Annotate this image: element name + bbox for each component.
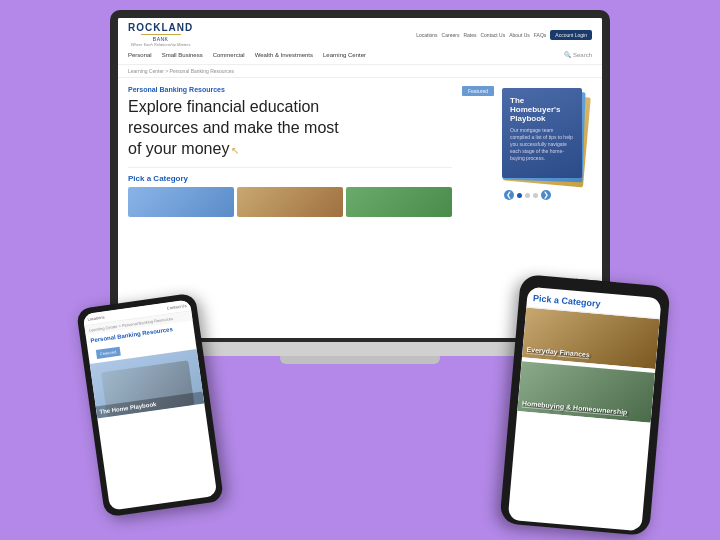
category-image-3[interactable] xyxy=(346,187,452,217)
carousel-next-button[interactable]: ❯ xyxy=(541,190,551,200)
phone-left-featured-tag: Featured xyxy=(96,347,121,359)
phone-right-cat-img-2 xyxy=(517,361,655,422)
site-main: Personal Banking Resources Explore finan… xyxy=(118,78,602,225)
logo-line xyxy=(141,34,181,35)
site-header-top: ROCKLAND BANK Where Each Relationship Ma… xyxy=(128,22,592,47)
nav-personal[interactable]: Personal xyxy=(128,52,152,58)
breadcrumb: Learning Center > Personal Banking Resou… xyxy=(118,65,602,78)
carousel-prev-button[interactable]: ❮ xyxy=(504,190,514,200)
phone-locations-link[interactable]: Locations xyxy=(87,315,105,322)
dot-1[interactable] xyxy=(517,193,522,198)
site-left: Personal Banking Resources Explore finan… xyxy=(128,86,452,217)
logo-name: ROCKLAND xyxy=(128,22,193,33)
hero-line1: Explore financial education xyxy=(128,98,319,115)
featured-book-stack: The Homebuyer's Playbook Our mortgage te… xyxy=(462,86,592,186)
hero-text: Explore financial education resources an… xyxy=(128,97,452,159)
category-images xyxy=(128,187,452,217)
pick-category-section: Pick a Category xyxy=(128,167,452,217)
nav-learning[interactable]: Learning Center xyxy=(323,52,366,58)
link-careers[interactable]: Careers xyxy=(442,32,460,38)
phone-right-screen: Pick a Category Everyday Finances Homebu… xyxy=(508,287,662,532)
book-desc: Our mortgage team compiled a list of tip… xyxy=(510,127,574,162)
account-login-button[interactable]: Account Login xyxy=(550,30,592,40)
phone-left-screen: Locations Contact Us Learning Center > P… xyxy=(83,299,218,510)
hero-line3: of your money xyxy=(128,140,229,157)
phone-right: Pick a Category Everyday Finances Homebu… xyxy=(499,274,670,536)
phone-contact-link[interactable]: Contact Us xyxy=(167,303,187,311)
book-front[interactable]: The Homebuyer's Playbook Our mortgage te… xyxy=(502,88,582,178)
site-header: ROCKLAND BANK Where Each Relationship Ma… xyxy=(118,18,602,65)
nav-wealth[interactable]: Wealth & Investments xyxy=(255,52,313,58)
book-title: The Homebuyer's Playbook xyxy=(510,96,574,123)
link-contact[interactable]: Contact Us xyxy=(480,32,505,38)
phone-right-category-2[interactable]: Homebuying & Homeownership xyxy=(517,359,655,422)
phone-right-cat-img-1 xyxy=(522,308,660,369)
header-top-links: Locations Careers Rates Contact Us About… xyxy=(416,30,592,40)
dot-3[interactable] xyxy=(533,193,538,198)
dot-2[interactable] xyxy=(525,193,530,198)
category-image-1[interactable] xyxy=(128,187,234,217)
pick-category-title: Pick a Category xyxy=(128,174,452,183)
link-locations[interactable]: Locations xyxy=(416,32,437,38)
search-icon[interactable]: 🔍 Search xyxy=(564,51,592,58)
nav-small-business[interactable]: Small Business xyxy=(162,52,203,58)
link-rates[interactable]: Rates xyxy=(463,32,476,38)
logo-area: ROCKLAND BANK Where Each Relationship Ma… xyxy=(128,22,193,47)
nav-commercial[interactable]: Commercial xyxy=(213,52,245,58)
featured-card: Featured The Homebuyer's Playbook Our mo… xyxy=(462,86,592,217)
cursor-arrow-icon: ↖ xyxy=(231,144,239,157)
featured-tag: Featured xyxy=(462,86,494,96)
category-image-2[interactable] xyxy=(237,187,343,217)
hero-line2: resources and make the most xyxy=(128,119,339,136)
link-about[interactable]: About Us xyxy=(509,32,530,38)
logo-tagline: Where Each Relationship Matters xyxy=(131,42,191,47)
carousel-dots: ❮ ❯ xyxy=(462,190,592,200)
section-title: Personal Banking Resources xyxy=(128,86,452,93)
phone-right-category-1[interactable]: Everyday Finances xyxy=(522,308,660,369)
link-faqs[interactable]: FAQs xyxy=(534,32,547,38)
laptop-stand xyxy=(280,356,440,364)
nav-bar: Personal Small Business Commercial Wealt… xyxy=(128,49,592,60)
